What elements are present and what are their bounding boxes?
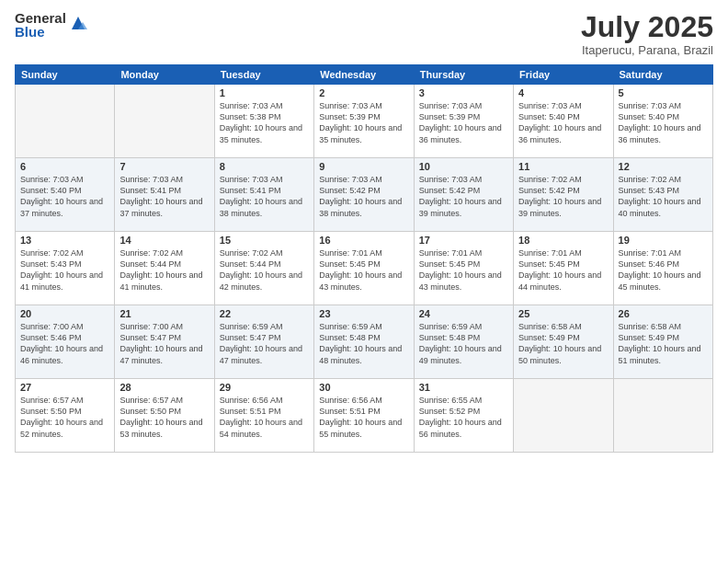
- calendar-cell: 13Sunrise: 7:02 AM Sunset: 5:43 PM Dayli…: [16, 232, 115, 305]
- day-info: Sunrise: 7:02 AM Sunset: 5:43 PM Dayligh…: [20, 247, 109, 293]
- day-number: 15: [220, 235, 309, 246]
- calendar-cell: 4Sunrise: 7:03 AM Sunset: 5:40 PM Daylig…: [514, 85, 613, 158]
- day-number: 16: [319, 235, 408, 246]
- calendar-cell: 6Sunrise: 7:03 AM Sunset: 5:40 PM Daylig…: [16, 158, 115, 232]
- calendar-table: SundayMondayTuesdayWednesdayThursdayFrid…: [15, 64, 713, 453]
- day-number: 12: [619, 161, 708, 172]
- day-number: 21: [119, 308, 209, 319]
- calendar-header-row: SundayMondayTuesdayWednesdayThursdayFrid…: [16, 65, 713, 85]
- calendar-cell: 22Sunrise: 6:59 AM Sunset: 5:47 PM Dayli…: [214, 305, 313, 379]
- calendar-cell: 11Sunrise: 7:02 AM Sunset: 5:42 PM Dayli…: [514, 158, 613, 232]
- day-info: Sunrise: 7:02 AM Sunset: 5:42 PM Dayligh…: [518, 174, 608, 219]
- day-number: 10: [419, 161, 508, 172]
- calendar-weekday-sunday: Sunday: [16, 65, 115, 85]
- day-number: 23: [319, 308, 408, 319]
- day-number: 20: [20, 308, 109, 319]
- day-number: 1: [220, 87, 309, 98]
- day-number: 8: [220, 161, 309, 172]
- day-number: 19: [619, 235, 708, 246]
- calendar-cell: [514, 379, 613, 453]
- page: General Blue July 2025 Itaperucu, Parana…: [0, 0, 728, 563]
- header: General Blue July 2025 Itaperucu, Parana…: [15, 11, 713, 57]
- calendar-cell: [16, 85, 115, 158]
- calendar-cell: 29Sunrise: 6:56 AM Sunset: 5:51 PM Dayli…: [214, 379, 313, 453]
- day-info: Sunrise: 6:56 AM Sunset: 5:51 PM Dayligh…: [220, 395, 309, 440]
- day-number: 9: [319, 161, 408, 172]
- calendar-cell: 5Sunrise: 7:03 AM Sunset: 5:40 PM Daylig…: [613, 85, 712, 158]
- logo-general: General: [15, 11, 66, 25]
- logo: General Blue: [15, 11, 88, 39]
- title-area: July 2025 Itaperucu, Parana, Brazil: [581, 11, 713, 57]
- calendar-week-row-4: 20Sunrise: 7:00 AM Sunset: 5:46 PM Dayli…: [16, 305, 713, 379]
- calendar-cell: 27Sunrise: 6:57 AM Sunset: 5:50 PM Dayli…: [16, 379, 115, 453]
- calendar-cell: 31Sunrise: 6:55 AM Sunset: 5:52 PM Dayli…: [414, 379, 513, 453]
- month-year: July 2025: [581, 11, 713, 43]
- day-number: 26: [619, 308, 708, 319]
- day-info: Sunrise: 6:56 AM Sunset: 5:51 PM Dayligh…: [319, 395, 408, 440]
- calendar-cell: 15Sunrise: 7:02 AM Sunset: 5:44 PM Dayli…: [214, 232, 313, 305]
- logo-blue: Blue: [15, 25, 66, 39]
- day-info: Sunrise: 7:00 AM Sunset: 5:46 PM Dayligh…: [20, 321, 109, 366]
- calendar-weekday-thursday: Thursday: [414, 65, 513, 85]
- day-info: Sunrise: 6:59 AM Sunset: 5:48 PM Dayligh…: [319, 321, 408, 366]
- calendar-cell: [115, 85, 214, 158]
- day-number: 4: [518, 87, 608, 98]
- day-info: Sunrise: 6:57 AM Sunset: 5:50 PM Dayligh…: [119, 395, 209, 440]
- calendar-cell: 2Sunrise: 7:03 AM Sunset: 5:39 PM Daylig…: [314, 85, 414, 158]
- calendar-cell: 19Sunrise: 7:01 AM Sunset: 5:46 PM Dayli…: [613, 232, 712, 305]
- calendar-cell: 28Sunrise: 6:57 AM Sunset: 5:50 PM Dayli…: [115, 379, 214, 453]
- calendar-cell: 25Sunrise: 6:58 AM Sunset: 5:49 PM Dayli…: [514, 305, 613, 379]
- logo-text: General Blue: [15, 11, 66, 39]
- day-number: 17: [419, 235, 508, 246]
- day-number: 3: [419, 87, 508, 98]
- calendar-cell: 17Sunrise: 7:01 AM Sunset: 5:45 PM Dayli…: [414, 232, 513, 305]
- calendar-cell: [613, 379, 712, 453]
- location: Itaperucu, Parana, Brazil: [581, 43, 713, 57]
- calendar-cell: 1Sunrise: 7:03 AM Sunset: 5:38 PM Daylig…: [214, 85, 313, 158]
- calendar-cell: 20Sunrise: 7:00 AM Sunset: 5:46 PM Dayli…: [16, 305, 115, 379]
- day-number: 30: [319, 382, 408, 393]
- calendar-cell: 3Sunrise: 7:03 AM Sunset: 5:39 PM Daylig…: [414, 85, 513, 158]
- calendar-weekday-tuesday: Tuesday: [214, 65, 313, 85]
- day-info: Sunrise: 7:00 AM Sunset: 5:47 PM Dayligh…: [119, 321, 209, 366]
- day-info: Sunrise: 6:59 AM Sunset: 5:48 PM Dayligh…: [419, 321, 508, 366]
- day-info: Sunrise: 7:03 AM Sunset: 5:40 PM Dayligh…: [619, 100, 708, 145]
- day-info: Sunrise: 6:55 AM Sunset: 5:52 PM Dayligh…: [419, 395, 508, 440]
- day-number: 29: [220, 382, 309, 393]
- day-info: Sunrise: 7:01 AM Sunset: 5:45 PM Dayligh…: [419, 247, 508, 293]
- day-number: 6: [20, 161, 109, 172]
- logo-icon: [68, 13, 88, 33]
- calendar-cell: 18Sunrise: 7:01 AM Sunset: 5:45 PM Dayli…: [514, 232, 613, 305]
- calendar-week-row-1: 1Sunrise: 7:03 AM Sunset: 5:38 PM Daylig…: [16, 85, 713, 158]
- calendar-week-row-2: 6Sunrise: 7:03 AM Sunset: 5:40 PM Daylig…: [16, 158, 713, 232]
- day-number: 7: [119, 161, 209, 172]
- day-number: 11: [518, 161, 608, 172]
- calendar-cell: 24Sunrise: 6:59 AM Sunset: 5:48 PM Dayli…: [414, 305, 513, 379]
- day-info: Sunrise: 6:57 AM Sunset: 5:50 PM Dayligh…: [20, 395, 109, 440]
- day-info: Sunrise: 7:03 AM Sunset: 5:42 PM Dayligh…: [319, 174, 408, 219]
- calendar-cell: 8Sunrise: 7:03 AM Sunset: 5:41 PM Daylig…: [214, 158, 313, 232]
- calendar-weekday-saturday: Saturday: [613, 65, 712, 85]
- day-number: 22: [220, 308, 309, 319]
- day-info: Sunrise: 7:03 AM Sunset: 5:41 PM Dayligh…: [119, 174, 209, 219]
- day-number: 31: [419, 382, 508, 393]
- day-info: Sunrise: 7:01 AM Sunset: 5:45 PM Dayligh…: [319, 247, 408, 293]
- day-info: Sunrise: 7:02 AM Sunset: 5:44 PM Dayligh…: [119, 247, 209, 293]
- calendar-cell: 21Sunrise: 7:00 AM Sunset: 5:47 PM Dayli…: [115, 305, 214, 379]
- day-info: Sunrise: 6:59 AM Sunset: 5:47 PM Dayligh…: [220, 321, 309, 366]
- calendar-week-row-5: 27Sunrise: 6:57 AM Sunset: 5:50 PM Dayli…: [16, 379, 713, 453]
- day-number: 25: [518, 308, 608, 319]
- calendar-cell: 9Sunrise: 7:03 AM Sunset: 5:42 PM Daylig…: [314, 158, 414, 232]
- calendar-cell: 10Sunrise: 7:03 AM Sunset: 5:42 PM Dayli…: [414, 158, 513, 232]
- day-number: 18: [518, 235, 608, 246]
- day-info: Sunrise: 7:03 AM Sunset: 5:40 PM Dayligh…: [20, 174, 109, 219]
- day-number: 13: [20, 235, 109, 246]
- day-info: Sunrise: 7:02 AM Sunset: 5:44 PM Dayligh…: [220, 247, 309, 293]
- day-info: Sunrise: 7:01 AM Sunset: 5:46 PM Dayligh…: [619, 247, 708, 293]
- calendar-weekday-wednesday: Wednesday: [314, 65, 414, 85]
- calendar-week-row-3: 13Sunrise: 7:02 AM Sunset: 5:43 PM Dayli…: [16, 232, 713, 305]
- day-info: Sunrise: 7:03 AM Sunset: 5:41 PM Dayligh…: [220, 174, 309, 219]
- calendar-cell: 12Sunrise: 7:02 AM Sunset: 5:43 PM Dayli…: [613, 158, 712, 232]
- day-info: Sunrise: 7:01 AM Sunset: 5:45 PM Dayligh…: [518, 247, 608, 293]
- calendar-cell: 23Sunrise: 6:59 AM Sunset: 5:48 PM Dayli…: [314, 305, 414, 379]
